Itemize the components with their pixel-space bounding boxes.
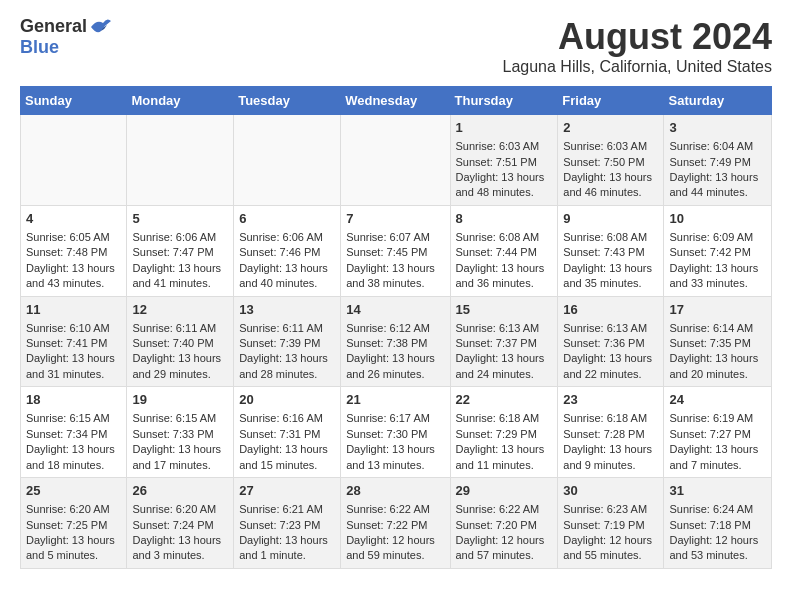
cell-text: Sunrise: 6:15 AM — [132, 411, 228, 426]
day-number: 26 — [132, 482, 228, 500]
cell-text: Sunrise: 6:10 AM — [26, 321, 121, 336]
calendar-cell: 12Sunrise: 6:11 AMSunset: 7:40 PMDayligh… — [127, 296, 234, 387]
cell-text: Sunset: 7:18 PM — [669, 518, 766, 533]
day-number: 27 — [239, 482, 335, 500]
calendar-cell — [21, 115, 127, 206]
cell-text: Daylight: 13 hours and 17 minutes. — [132, 442, 228, 473]
day-number: 9 — [563, 210, 658, 228]
calendar-cell: 26Sunrise: 6:20 AMSunset: 7:24 PMDayligh… — [127, 478, 234, 569]
cell-text: Sunset: 7:41 PM — [26, 336, 121, 351]
cell-text: Daylight: 13 hours and 35 minutes. — [563, 261, 658, 292]
day-number: 20 — [239, 391, 335, 409]
logo-bird-icon — [89, 17, 113, 37]
cell-text: Sunset: 7:19 PM — [563, 518, 658, 533]
cell-text: Sunset: 7:40 PM — [132, 336, 228, 351]
logo: General Blue — [20, 16, 113, 58]
cell-text: Daylight: 13 hours and 43 minutes. — [26, 261, 121, 292]
calendar-cell: 2Sunrise: 6:03 AMSunset: 7:50 PMDaylight… — [558, 115, 664, 206]
cell-text: Sunrise: 6:13 AM — [456, 321, 553, 336]
cell-text: Sunrise: 6:15 AM — [26, 411, 121, 426]
day-number: 24 — [669, 391, 766, 409]
cell-text: Daylight: 13 hours and 22 minutes. — [563, 351, 658, 382]
day-number: 21 — [346, 391, 444, 409]
day-number: 5 — [132, 210, 228, 228]
cell-text: Sunrise: 6:14 AM — [669, 321, 766, 336]
calendar-cell: 10Sunrise: 6:09 AMSunset: 7:42 PMDayligh… — [664, 205, 772, 296]
calendar-cell: 17Sunrise: 6:14 AMSunset: 7:35 PMDayligh… — [664, 296, 772, 387]
logo-blue-text: Blue — [20, 37, 59, 58]
cell-text: Daylight: 13 hours and 40 minutes. — [239, 261, 335, 292]
cell-text: Sunset: 7:33 PM — [132, 427, 228, 442]
cell-text: Sunrise: 6:13 AM — [563, 321, 658, 336]
cell-text: Sunrise: 6:11 AM — [132, 321, 228, 336]
cell-text: Daylight: 13 hours and 3 minutes. — [132, 533, 228, 564]
cell-text: Sunset: 7:49 PM — [669, 155, 766, 170]
cell-text: Sunset: 7:42 PM — [669, 245, 766, 260]
cell-text: Daylight: 13 hours and 13 minutes. — [346, 442, 444, 473]
day-number: 17 — [669, 301, 766, 319]
calendar-cell: 16Sunrise: 6:13 AMSunset: 7:36 PMDayligh… — [558, 296, 664, 387]
cell-text: Daylight: 13 hours and 41 minutes. — [132, 261, 228, 292]
calendar-cell: 25Sunrise: 6:20 AMSunset: 7:25 PMDayligh… — [21, 478, 127, 569]
cell-text: Sunset: 7:22 PM — [346, 518, 444, 533]
cell-text: Sunset: 7:50 PM — [563, 155, 658, 170]
calendar-cell: 18Sunrise: 6:15 AMSunset: 7:34 PMDayligh… — [21, 387, 127, 478]
day-number: 2 — [563, 119, 658, 137]
calendar-header-monday: Monday — [127, 87, 234, 115]
cell-text: Daylight: 13 hours and 29 minutes. — [132, 351, 228, 382]
calendar-header-tuesday: Tuesday — [234, 87, 341, 115]
cell-text: Sunrise: 6:18 AM — [456, 411, 553, 426]
day-number: 4 — [26, 210, 121, 228]
cell-text: Sunset: 7:38 PM — [346, 336, 444, 351]
calendar-cell: 8Sunrise: 6:08 AMSunset: 7:44 PMDaylight… — [450, 205, 558, 296]
cell-text: Sunset: 7:27 PM — [669, 427, 766, 442]
cell-text: Sunset: 7:34 PM — [26, 427, 121, 442]
calendar-week-row: 4Sunrise: 6:05 AMSunset: 7:48 PMDaylight… — [21, 205, 772, 296]
cell-text: Sunset: 7:45 PM — [346, 245, 444, 260]
calendar-header-row: SundayMondayTuesdayWednesdayThursdayFrid… — [21, 87, 772, 115]
cell-text: Sunset: 7:31 PM — [239, 427, 335, 442]
cell-text: Sunrise: 6:05 AM — [26, 230, 121, 245]
calendar-cell: 22Sunrise: 6:18 AMSunset: 7:29 PMDayligh… — [450, 387, 558, 478]
day-number: 22 — [456, 391, 553, 409]
cell-text: Sunset: 7:25 PM — [26, 518, 121, 533]
calendar-cell: 15Sunrise: 6:13 AMSunset: 7:37 PMDayligh… — [450, 296, 558, 387]
cell-text: Sunrise: 6:23 AM — [563, 502, 658, 517]
day-number: 10 — [669, 210, 766, 228]
calendar-header-wednesday: Wednesday — [341, 87, 450, 115]
cell-text: Sunset: 7:23 PM — [239, 518, 335, 533]
cell-text: Sunrise: 6:19 AM — [669, 411, 766, 426]
calendar-table: SundayMondayTuesdayWednesdayThursdayFrid… — [20, 86, 772, 569]
cell-text: Sunrise: 6:03 AM — [456, 139, 553, 154]
calendar-cell: 6Sunrise: 6:06 AMSunset: 7:46 PMDaylight… — [234, 205, 341, 296]
cell-text: Daylight: 13 hours and 26 minutes. — [346, 351, 444, 382]
day-number: 28 — [346, 482, 444, 500]
day-number: 13 — [239, 301, 335, 319]
calendar-cell: 13Sunrise: 6:11 AMSunset: 7:39 PMDayligh… — [234, 296, 341, 387]
cell-text: Sunset: 7:30 PM — [346, 427, 444, 442]
cell-text: Sunset: 7:29 PM — [456, 427, 553, 442]
calendar-cell: 27Sunrise: 6:21 AMSunset: 7:23 PMDayligh… — [234, 478, 341, 569]
cell-text: Daylight: 13 hours and 20 minutes. — [669, 351, 766, 382]
calendar-cell — [234, 115, 341, 206]
cell-text: Daylight: 13 hours and 38 minutes. — [346, 261, 444, 292]
calendar-header-friday: Friday — [558, 87, 664, 115]
calendar-cell: 31Sunrise: 6:24 AMSunset: 7:18 PMDayligh… — [664, 478, 772, 569]
calendar-cell: 23Sunrise: 6:18 AMSunset: 7:28 PMDayligh… — [558, 387, 664, 478]
day-number: 18 — [26, 391, 121, 409]
cell-text: Sunset: 7:39 PM — [239, 336, 335, 351]
cell-text: Sunrise: 6:04 AM — [669, 139, 766, 154]
calendar-cell — [127, 115, 234, 206]
cell-text: Daylight: 13 hours and 9 minutes. — [563, 442, 658, 473]
day-number: 7 — [346, 210, 444, 228]
cell-text: Daylight: 13 hours and 11 minutes. — [456, 442, 553, 473]
calendar-cell: 30Sunrise: 6:23 AMSunset: 7:19 PMDayligh… — [558, 478, 664, 569]
cell-text: Sunrise: 6:08 AM — [456, 230, 553, 245]
cell-text: Sunrise: 6:03 AM — [563, 139, 658, 154]
day-number: 11 — [26, 301, 121, 319]
cell-text: Sunset: 7:47 PM — [132, 245, 228, 260]
cell-text: Daylight: 13 hours and 44 minutes. — [669, 170, 766, 201]
cell-text: Sunrise: 6:06 AM — [132, 230, 228, 245]
cell-text: Daylight: 13 hours and 31 minutes. — [26, 351, 121, 382]
cell-text: Sunset: 7:24 PM — [132, 518, 228, 533]
